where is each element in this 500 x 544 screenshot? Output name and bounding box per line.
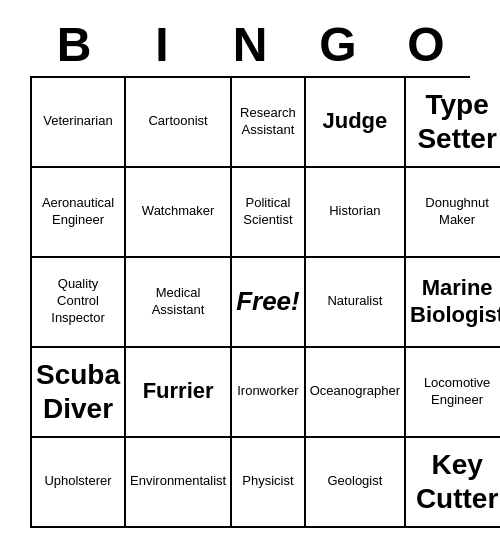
bingo-letter-o: O: [384, 17, 468, 72]
bingo-cell-22: Physicist: [232, 438, 306, 528]
bingo-cell-10: Quality Control Inspector: [32, 258, 126, 348]
bingo-cell-14: Marine Biologist: [406, 258, 500, 348]
bingo-letter-b: B: [32, 17, 116, 72]
bingo-cell-text-13: Naturalist: [327, 293, 382, 310]
bingo-cell-15: Scuba Diver: [32, 348, 126, 438]
bingo-letter-g: G: [296, 17, 380, 72]
bingo-cell-21: Environmentalist: [126, 438, 232, 528]
bingo-cell-17: Ironworker: [232, 348, 306, 438]
bingo-cell-0: Veterinarian: [32, 78, 126, 168]
bingo-cell-3: Judge: [306, 78, 406, 168]
bingo-cell-text-20: Upholsterer: [44, 473, 111, 490]
bingo-cell-text-24: Key Cutter: [410, 448, 500, 515]
bingo-title: BINGO: [30, 17, 470, 72]
bingo-cell-24: Key Cutter: [406, 438, 500, 528]
bingo-cell-text-16: Furrier: [143, 378, 214, 404]
bingo-cell-text-0: Veterinarian: [43, 113, 112, 130]
bingo-cell-23: Geologist: [306, 438, 406, 528]
bingo-cell-4: Type Setter: [406, 78, 500, 168]
bingo-cell-text-3: Judge: [322, 108, 387, 134]
bingo-cell-text-12: Free!: [236, 285, 300, 319]
bingo-cell-5: Aeronautical Engineer: [32, 168, 126, 258]
bingo-letter-i: I: [120, 17, 204, 72]
bingo-cell-8: Historian: [306, 168, 406, 258]
bingo-cell-text-19: Locomotive Engineer: [410, 375, 500, 409]
bingo-cell-18: Oceanographer: [306, 348, 406, 438]
bingo-cell-7: Political Scientist: [232, 168, 306, 258]
bingo-cell-text-6: Watchmaker: [142, 203, 214, 220]
bingo-cell-text-14: Marine Biologist: [410, 275, 500, 328]
bingo-cell-text-5: Aeronautical Engineer: [36, 195, 120, 229]
bingo-cell-11: Medical Assistant: [126, 258, 232, 348]
bingo-grid: VeterinarianCartoonistResearch Assistant…: [30, 76, 470, 528]
bingo-card: BINGO VeterinarianCartoonistResearch Ass…: [20, 7, 480, 538]
bingo-cell-text-4: Type Setter: [410, 88, 500, 155]
bingo-cell-12: Free!: [232, 258, 306, 348]
bingo-cell-text-2: Research Assistant: [236, 105, 300, 139]
bingo-cell-text-10: Quality Control Inspector: [36, 276, 120, 327]
bingo-cell-19: Locomotive Engineer: [406, 348, 500, 438]
bingo-cell-13: Naturalist: [306, 258, 406, 348]
bingo-cell-20: Upholsterer: [32, 438, 126, 528]
bingo-cell-text-1: Cartoonist: [148, 113, 207, 130]
bingo-cell-text-7: Political Scientist: [236, 195, 300, 229]
bingo-cell-6: Watchmaker: [126, 168, 232, 258]
bingo-cell-text-22: Physicist: [242, 473, 293, 490]
bingo-cell-text-23: Geologist: [327, 473, 382, 490]
bingo-cell-text-18: Oceanographer: [310, 383, 400, 400]
bingo-cell-text-8: Historian: [329, 203, 380, 220]
bingo-cell-9: Donughnut Maker: [406, 168, 500, 258]
bingo-cell-text-9: Donughnut Maker: [410, 195, 500, 229]
bingo-cell-1: Cartoonist: [126, 78, 232, 168]
bingo-cell-16: Furrier: [126, 348, 232, 438]
bingo-cell-2: Research Assistant: [232, 78, 306, 168]
bingo-cell-text-11: Medical Assistant: [130, 285, 226, 319]
bingo-cell-text-17: Ironworker: [237, 383, 298, 400]
bingo-letter-n: N: [208, 17, 292, 72]
bingo-cell-text-15: Scuba Diver: [36, 358, 120, 425]
bingo-cell-text-21: Environmentalist: [130, 473, 226, 490]
